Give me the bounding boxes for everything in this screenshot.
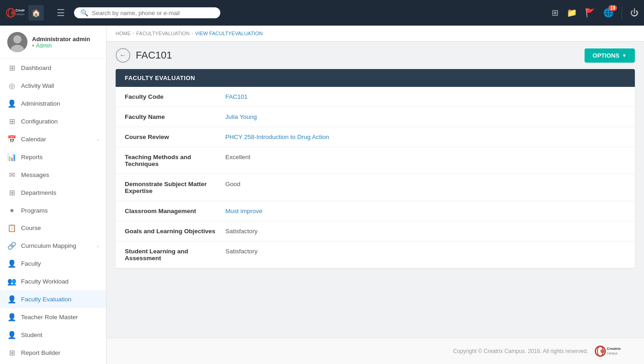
hamburger-button[interactable]: ☰ [53,5,69,20]
sidebar-item-activity-wall[interactable]: ◎Activity Wall [0,77,106,95]
sidebar-item-reports[interactable]: 📊Reports [0,148,106,166]
course-icon: 📋 [7,224,16,232]
faculty-workload-icon: 👥 [7,277,16,286]
sidebar-item-configuration[interactable]: ⊞Configuration [0,112,106,130]
sidebar-item-faculty[interactable]: 👤Faculty [0,255,106,273]
page-title-area: ← FAC101 [116,48,172,63]
eval-row: Course ReviewPHCY 258-Introduction to Dr… [116,127,635,147]
card-header: FACULTY EVALUATION [116,69,635,87]
nav-icons: ⊞ 📁 🚩 🌐 19 ⏻ [552,6,639,19]
page-header: ← FAC101 OPTIONS ▼ [106,42,644,69]
sidebar-label-departments: Departments [21,189,99,196]
eval-field-value: Excellent [225,154,626,161]
eval-row: Student Learning and AssessmentSatisfact… [116,241,635,268]
sidebar-item-administration[interactable]: 👤Administration [0,95,106,112]
breadcrumb-sep-1: › [133,30,134,37]
eval-row: Faculty CodeFAC101 [116,87,635,107]
student-icon: 👤 [7,331,16,339]
footer-logo-image: Creatrix Campus [594,345,635,358]
nav-divider [622,6,622,19]
eval-row: Teaching Methods and TechniquesExcellent [116,147,635,174]
sidebar-item-dashboard[interactable]: ⊞Dashboard [0,59,106,77]
eval-field-label: Teaching Methods and Techniques [125,154,225,167]
eval-field-label: Goals and Learning Objectives [125,228,225,235]
grid-nav-button[interactable]: ⊞ [552,8,559,18]
eval-field-value: FAC101 [225,93,626,100]
sidebar-item-calendar[interactable]: 📅Calendar› [0,130,106,148]
logo-image: Creatrix Campus [5,3,25,22]
breadcrumb-faculty-eval[interactable]: FACULTYEVALUATION [136,31,190,36]
eval-row: Demonstrate Subject Matter ExpertiseGood [116,174,635,201]
eval-field-label: Faculty Code [125,93,225,100]
eval-field-label: Faculty Name [125,113,225,120]
eval-field-label: Demonstrate Subject Matter Expertise [125,181,225,194]
sidebar-label-teacher-role-master: Teacher Role Master [21,314,99,321]
sidebar: Administrator admin Admin ⊞Dashboard◎Act… [0,26,106,364]
sidebar-label-configuration: Configuration [21,118,99,125]
eval-field-label: Student Learning and Assessment [125,248,225,262]
sidebar-item-student[interactable]: 👤Student [0,326,106,344]
back-button[interactable]: ← [116,48,130,63]
activity-wall-icon: ◎ [7,81,16,90]
eval-field-value: PHCY 258-Introduction to Drug Action [225,134,626,140]
svg-point-2 [11,11,15,15]
administration-icon: 👤 [7,99,16,108]
sidebar-label-calendar: Calendar [21,136,92,143]
breadcrumb-sep-2: › [192,30,193,37]
page-title: FAC101 [136,49,172,61]
top-navbar: Creatrix Campus 🏠 ☰ 🔍 ⊞ 📁 🚩 🌐 19 ⏻ [0,0,644,26]
power-button[interactable]: ⏻ [630,8,639,18]
eval-field-value: Good [225,181,626,187]
svg-text:Creatrix: Creatrix [607,347,621,351]
sidebar-item-faculty-evaluation[interactable]: 👤Faculty Evaluation [0,290,106,308]
sidebar-label-administration: Administration [21,100,99,107]
user-panel: Administrator admin Admin [0,26,106,59]
folder-nav-button[interactable]: 📁 [567,8,577,18]
sidebar-item-curriculum-mapping[interactable]: 🔗Curriculum Mapping› [0,237,106,255]
faculty-evaluation-icon: 👤 [7,295,16,304]
sidebar-item-course[interactable]: 📋Course [0,219,106,237]
svg-text:Creatrix: Creatrix [16,9,25,12]
breadcrumb-view: VIEW FACULTYEVALUATION [195,31,263,36]
sidebar-item-departments[interactable]: ⊞Departments [0,184,106,202]
svg-text:Campus: Campus [607,352,617,355]
sidebar-label-report-builder: Report Builder [21,349,99,356]
sidebar-item-programs[interactable]: ●Programs [0,202,106,219]
sidebar-item-faculty-workload[interactable]: 👥Faculty Workload [0,273,106,290]
svg-point-6 [13,35,21,43]
breadcrumb: HOME › FACULTYEVALUATION › VIEW FACULTYE… [106,26,644,42]
sidebar-label-messages: Messages [21,171,99,178]
chevron-right-icon: › [97,137,99,142]
eval-row: Goals and Learning ObjectivesSatisfactor… [116,221,635,241]
notification-badge: 19 [608,5,617,11]
sidebar-item-messages[interactable]: ✉Messages [0,166,106,184]
sidebar-item-teacher-role-master[interactable]: 👤Teacher Role Master [0,308,106,326]
search-bar: 🔍 [74,7,220,18]
configuration-icon: ⊞ [7,117,16,126]
user-role: Admin [32,43,90,49]
flag-nav-button[interactable]: 🚩 [585,8,595,18]
eval-field-value: Julia Young [225,113,626,120]
breadcrumb-home[interactable]: HOME [116,31,131,36]
sidebar-nav: ⊞Dashboard◎Activity Wall👤Administration⊞… [0,59,106,364]
sidebar-item-report-builder[interactable]: ⊞Report Builder [0,344,106,362]
options-arrow-icon: ▼ [622,53,627,58]
sidebar-label-faculty-workload: Faculty Workload [21,278,99,285]
chevron-right-icon: › [97,243,99,249]
eval-field-value: Satisfactory [225,228,626,235]
teacher-role-master-icon: 👤 [7,313,16,321]
dashboard-icon: ⊞ [7,64,16,72]
main-layout: Administrator admin Admin ⊞Dashboard◎Act… [0,26,644,364]
notification-button[interactable]: 🌐 19 [603,8,613,18]
options-button[interactable]: OPTIONS ▼ [585,48,635,63]
messages-icon: ✉ [7,171,16,179]
svg-text:Campus: Campus [16,13,25,16]
eval-row: Classroom ManagementMust improve [116,201,635,221]
search-input[interactable] [92,10,214,16]
faculty-icon: 👤 [7,259,16,268]
home-button[interactable]: 🏠 [28,5,44,21]
programs-icon: ● [7,206,16,214]
sidebar-label-curriculum-mapping: Curriculum Mapping [21,242,92,249]
curriculum-mapping-icon: 🔗 [7,241,16,250]
faculty-eval-card: FACULTY EVALUATION Faculty CodeFAC101Fac… [116,69,635,268]
